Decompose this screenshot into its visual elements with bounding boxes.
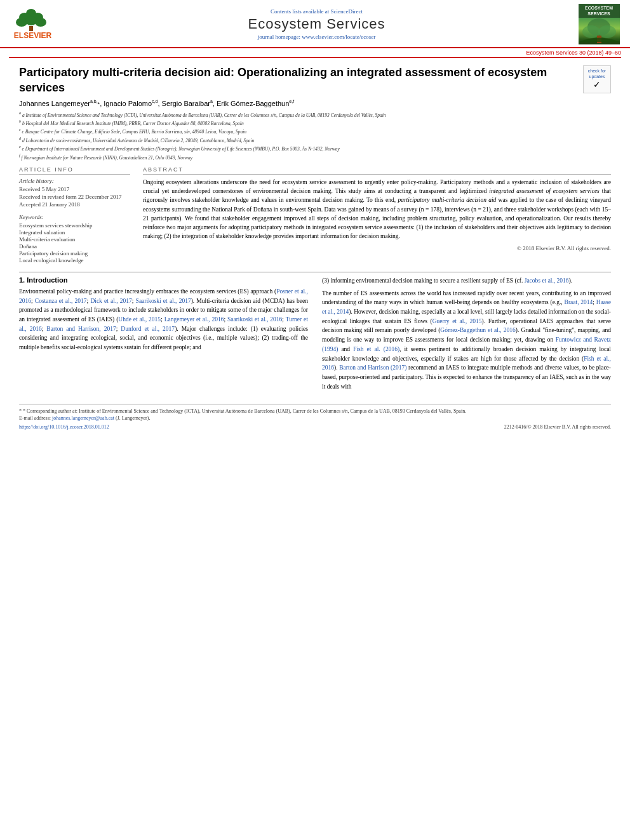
intro-para-2: (3) informing environmental decision mak…: [322, 276, 611, 286]
abstract-text: Ongoing ecosystem alterations underscore…: [143, 178, 611, 241]
ref-gomez[interactable]: Gómez-Baggethun et al., 2016: [440, 327, 515, 333]
doi-link[interactable]: https://doi.org/10.1016/j.ecoser.2018.01…: [19, 424, 109, 430]
copyright-line: © 2018 Elsevier B.V. All rights reserved…: [143, 245, 611, 251]
keyword-5: Participatory decision making: [19, 250, 130, 257]
badge-label: ECOSYSTEMSERVICES: [579, 4, 620, 18]
check-updates-badge: check forupdates ✓: [583, 65, 611, 93]
keywords-label: Keywords:: [19, 214, 130, 220]
journal-center-info: Contents lists available at ScienceDirec…: [57, 8, 577, 40]
abstract-italic-2: participatory multi-criteria decision ai…: [398, 197, 496, 203]
intro-title: 1. Introduction: [19, 276, 308, 284]
email-label: E-mail address:: [19, 415, 51, 421]
journal-title: Ecosystem Services: [63, 16, 570, 32]
author-4-sup: e,f: [289, 99, 294, 103]
intro-para-1: Environmental policy-making and practice…: [19, 287, 308, 352]
author-2: Ignacio Palomo: [104, 100, 152, 107]
affiliation-f: f f Norwegian Institute for Nature Resea…: [19, 153, 611, 161]
article-history-label: Article history:: [19, 178, 130, 184]
author-3: Sergio Baraibar: [162, 100, 210, 107]
keyword-3: Multi-criteria evaluation: [19, 236, 130, 243]
issn: 2212-0416/© 2018 Elsevier B.V. All right…: [504, 424, 611, 430]
article-info-col: ARTICLE INFO Article history: Received 5…: [19, 166, 130, 264]
elsevier-logo: ELSEVIER: [9, 8, 57, 40]
abstract-italic-1: integrated assessment of ecosystem servi…: [489, 188, 599, 194]
volume-issue: Ecosystem Services 30 (2018) 49–60: [0, 48, 630, 57]
intro-section-title: Introduction: [27, 276, 67, 284]
body-left-col: 1. Introduction Environmental policy-mak…: [19, 276, 308, 395]
author-1-sup: a,b,: [90, 99, 98, 103]
info-abstract-row: ARTICLE INFO Article history: Received 5…: [19, 166, 611, 264]
corresponding-note: * Corresponding author at: Institute of …: [23, 408, 466, 414]
received-date: Received 5 May 2017: [19, 186, 130, 192]
ref-saarikoski-2016[interactable]: Saarikoski et al., 2016: [227, 316, 282, 323]
affiliation-c: c c Basque Centre for Climate Change, Ed…: [19, 127, 611, 135]
ref-costanza[interactable]: Costanza et al., 2017: [35, 298, 87, 304]
keyword-2: Integrated valuation: [19, 229, 130, 236]
ref-guerry[interactable]: Guerry et al., 2015: [432, 318, 482, 324]
journal-header: ELSEVIER Contents lists available at Sci…: [0, 0, 630, 48]
journal-badge: ECOSYSTEMSERVICES: [577, 4, 621, 44]
abstract-heading: ABSTRACT: [143, 166, 611, 175]
keyword-6: Local ecological knowledge: [19, 257, 130, 263]
intro-number: 1.: [19, 276, 25, 284]
red-divider-top: [9, 57, 621, 58]
affiliation-e: e e Department of International Environm…: [19, 144, 611, 152]
ref-dunford[interactable]: Dunford et al., 2017: [121, 326, 175, 332]
ref-uhde[interactable]: Uhde et al., 2015: [118, 316, 161, 323]
abstract-col: ABSTRACT Ongoing ecosystem alterations u…: [143, 166, 611, 264]
badge-image: [579, 18, 620, 44]
ref-barton-harrison[interactable]: Barton and Harrison, 2017: [46, 326, 116, 332]
ref-fish-2016a[interactable]: Fish et al. (2016): [353, 346, 399, 352]
footnote-star: * * Corresponding author at: Institute o…: [19, 408, 611, 422]
svg-point-5: [35, 18, 46, 27]
keyword-4: Doñana: [19, 243, 130, 250]
article-title: Participatory multi-criteria decision ai…: [19, 65, 575, 95]
body-right-col: (3) informing environmental decision mak…: [322, 276, 611, 395]
ref-jacobs[interactable]: Jacobs et al., 2016: [525, 277, 569, 284]
ref-dick[interactable]: Dick et al., 2017: [90, 298, 131, 304]
affiliation-d: d d Laboratorio de socio-ecosistemas, Un…: [19, 136, 611, 144]
section-divider: [19, 272, 611, 272]
keyword-1: Ecosystem services stewardship: [19, 222, 130, 229]
revised-date: Received in revised form 22 December 201…: [19, 194, 130, 200]
email-address[interactable]: johannes.langemeyer@uab.cat: [52, 415, 114, 421]
article-info-heading: ARTICLE INFO: [19, 166, 130, 175]
affiliation-a: a a Institute of Environmental Science a…: [19, 110, 611, 119]
footer-bottom: https://doi.org/10.1016/j.ecoser.2018.01…: [0, 422, 630, 432]
svg-point-4: [25, 17, 37, 25]
article-title-row: Participatory multi-criteria decision ai…: [19, 65, 611, 95]
svg-point-3: [16, 18, 27, 27]
sciencedirect-link[interactable]: Contents lists available at ScienceDirec…: [63, 8, 570, 15]
ref-langemeyer[interactable]: Langemeyer et al., 2016: [164, 316, 224, 323]
svg-rect-6: [29, 26, 33, 31]
accepted-date: Accepted 21 January 2018: [19, 201, 130, 208]
email-name: (J. Langemeyer).: [116, 415, 150, 421]
footer-area: * * Corresponding author at: Institute o…: [19, 404, 611, 422]
body-content: 1. Introduction Environmental policy-mak…: [0, 276, 630, 401]
journal-homepage[interactable]: journal homepage: www.elsevier.com/locat…: [63, 34, 570, 40]
ref-braat[interactable]: Braat, 2014: [565, 299, 593, 305]
intro-para-3: The number of ES assessments across the …: [322, 289, 611, 392]
ref-saarikoski-2017[interactable]: Saarikoski et al., 2017: [136, 298, 191, 304]
content-area: Participatory multi-criteria decision ai…: [0, 63, 630, 268]
author-1: Johannes Langemeyer: [19, 100, 90, 107]
affiliation-b: b b Hospital del Mar Medical Research In…: [19, 119, 611, 127]
affiliations: a a Institute of Environmental Science a…: [19, 110, 611, 161]
body-two-col: 1. Introduction Environmental policy-mak…: [19, 276, 611, 395]
author-4: Erik Gómez-Baggethun: [217, 100, 289, 107]
authors-line: Johannes Langemeyera,b,*, Ignacio Palomo…: [19, 99, 611, 107]
ref-barton-harrison-2[interactable]: Barton and Harrison (2017): [339, 364, 406, 371]
elsevier-text: ELSEVIER: [9, 31, 57, 40]
